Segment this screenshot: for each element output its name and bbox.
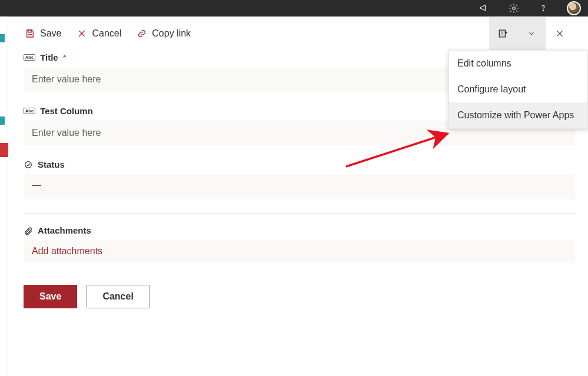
help-icon[interactable] xyxy=(537,2,549,14)
customize-form-menu: Edit columns Configure layout Customize … xyxy=(449,50,588,129)
customize-form-button[interactable] xyxy=(489,17,517,50)
field-attachments-label-row: Attachments xyxy=(24,225,575,235)
megaphone-icon[interactable] xyxy=(479,2,490,14)
text-type-icon: Abc xyxy=(24,54,35,61)
field-attachments-label: Attachments xyxy=(38,225,91,235)
attachment-icon xyxy=(24,226,33,235)
svg-point-0 xyxy=(513,7,516,10)
status-value[interactable]: — xyxy=(24,174,575,199)
required-indicator: * xyxy=(63,52,67,62)
background-left-strip xyxy=(0,16,8,376)
form-footer: Save Cancel xyxy=(24,277,575,308)
cancel-command[interactable]: Cancel xyxy=(74,25,124,42)
save-button[interactable]: Save xyxy=(24,285,77,308)
cancel-icon xyxy=(77,28,87,39)
cancel-button[interactable]: Cancel xyxy=(87,285,149,308)
field-attachments: Attachments Add attachments xyxy=(24,225,575,262)
svg-point-3 xyxy=(25,161,32,168)
svg-point-1 xyxy=(543,10,543,11)
svg-rect-2 xyxy=(499,30,505,37)
right-toolbar xyxy=(489,17,574,50)
form-panel: Save Cancel Copy link xyxy=(8,16,588,376)
close-panel-button[interactable] xyxy=(546,17,574,50)
add-attachments-button[interactable]: Add attachments xyxy=(24,240,575,262)
link-icon xyxy=(137,28,147,39)
copy-link-command-label: Copy link xyxy=(152,28,191,39)
gear-icon[interactable] xyxy=(508,2,520,14)
text-type-icon: Abc xyxy=(24,108,35,114)
command-bar: Save Cancel Copy link xyxy=(8,17,588,50)
app-header xyxy=(0,0,588,16)
menu-item-edit-columns[interactable]: Edit columns xyxy=(449,51,587,76)
user-avatar[interactable] xyxy=(567,1,581,15)
field-status-label: Status xyxy=(38,159,65,169)
customize-form-chevron[interactable] xyxy=(517,17,546,50)
field-test-column-label: Test Column xyxy=(40,106,93,116)
field-status: Status — xyxy=(24,159,575,199)
save-command-label: Save xyxy=(40,28,61,39)
choice-type-icon xyxy=(24,160,33,169)
menu-item-configure-layout[interactable]: Configure layout xyxy=(449,76,587,102)
divider xyxy=(24,213,575,214)
field-title-label: Title xyxy=(40,52,58,62)
save-command[interactable]: Save xyxy=(22,25,64,42)
field-status-label-row: Status xyxy=(24,159,575,169)
menu-item-customize-power-apps[interactable]: Customize with Power Apps xyxy=(449,102,587,128)
copy-link-command[interactable]: Copy link xyxy=(134,25,193,42)
cancel-command-label: Cancel xyxy=(92,28,121,39)
save-icon xyxy=(25,28,35,39)
